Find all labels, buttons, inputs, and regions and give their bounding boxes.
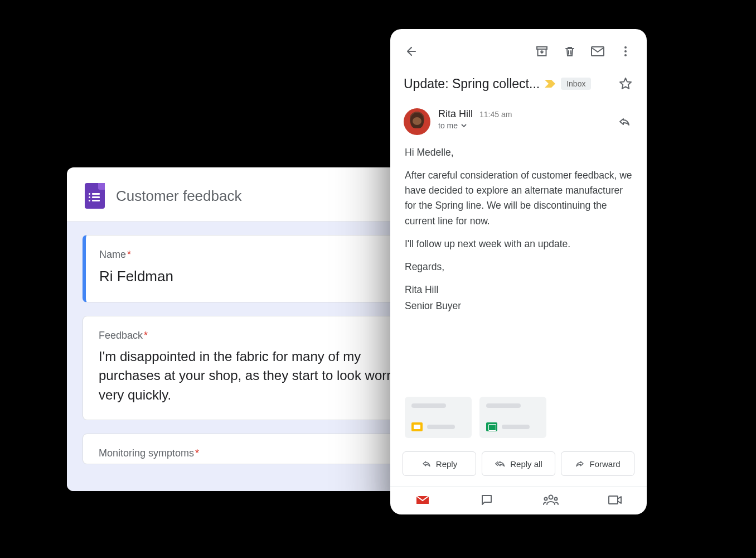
sheets-icon [486, 422, 497, 431]
reply-all-label: Reply all [510, 459, 542, 469]
form-question-name[interactable]: Name* Ri Feldman [83, 235, 419, 302]
star-button[interactable] [614, 73, 637, 95]
required-asterisk: * [127, 249, 131, 260]
question-label-text: Feedback [99, 330, 143, 341]
reply-icon [618, 115, 631, 128]
attachment-placeholder-bar [486, 403, 521, 408]
svg-point-8 [554, 498, 557, 501]
email-subject: Update: Spring collect... [404, 76, 540, 92]
signature-name: Rita Hill [405, 282, 632, 297]
attachment-slides[interactable] [405, 397, 472, 438]
email-body: Hi Medelle, After careful consideration … [390, 143, 647, 395]
attachment-sheets[interactable] [479, 397, 546, 438]
question-label: Feedback* [99, 330, 403, 341]
forms-card: Customer feedback Name* Ri Feldman Feedb… [67, 167, 435, 491]
sender-time: 11:45 am [479, 110, 512, 119]
nav-mail[interactable] [390, 493, 454, 507]
forward-button[interactable]: Forward [561, 451, 634, 476]
gmail-card: Update: Spring collect... Inbox Rita Hil… [390, 29, 647, 514]
reply-all-button[interactable]: Reply all [482, 451, 555, 476]
chat-icon [480, 493, 493, 507]
more-button[interactable] [614, 40, 637, 62]
question-label: Monitoring symptoms* [99, 448, 403, 459]
trash-icon [563, 45, 576, 58]
question-label-text: Name [99, 249, 126, 260]
bottom-nav [390, 486, 647, 514]
archive-button[interactable] [531, 40, 553, 62]
required-asterisk: * [144, 330, 148, 341]
required-asterisk: * [195, 448, 199, 459]
svg-point-4 [624, 50, 627, 52]
subject-row: Update: Spring collect... Inbox [390, 69, 647, 104]
attachment-placeholder-bar [411, 403, 446, 408]
svg-point-6 [549, 496, 553, 499]
forward-label: Forward [589, 459, 620, 469]
reply-label: Reply [436, 459, 457, 469]
svg-rect-9 [609, 496, 618, 504]
reply-icon-button[interactable] [613, 110, 636, 133]
svg-point-7 [544, 498, 547, 501]
video-icon [608, 494, 622, 506]
mail-filled-icon [415, 494, 430, 506]
forward-icon [575, 459, 585, 469]
nav-chat[interactable] [454, 493, 518, 507]
form-question-monitoring[interactable]: Monitoring symptoms* [83, 434, 419, 464]
gmail-topbar [390, 29, 647, 69]
archive-icon [535, 45, 549, 58]
reply-actions: Reply Reply all Forward [390, 448, 647, 486]
attachment-placeholder-bar [502, 425, 530, 429]
attachments-row [390, 395, 647, 448]
chevron-down-icon [460, 122, 468, 129]
sender-info: Rita Hill 11:45 am to me [438, 108, 605, 130]
reply-all-icon [495, 459, 506, 469]
sender-name: Rita Hill [438, 108, 473, 120]
recipient-dropdown[interactable]: to me [438, 121, 605, 130]
email-greeting: Hi Medelle, [405, 145, 632, 160]
svg-point-5 [624, 54, 627, 56]
nav-spaces[interactable] [518, 493, 583, 507]
reply-button[interactable]: Reply [403, 451, 476, 476]
recipient-text: to me [438, 121, 458, 130]
attachment-placeholder-bar [427, 425, 455, 429]
email-paragraph: After careful consideration of customer … [405, 168, 632, 229]
inbox-chip[interactable]: Inbox [561, 78, 591, 90]
important-marker-icon[interactable] [544, 79, 556, 88]
email-closing: Regards, [405, 259, 632, 275]
forms-body: Name* Ri Feldman Feedback* I'm disappoin… [67, 222, 435, 491]
people-icon [543, 494, 559, 506]
reply-icon [421, 459, 432, 469]
mark-unread-button[interactable] [587, 40, 609, 62]
question-label: Name* [99, 249, 403, 261]
delete-button[interactable] [559, 40, 581, 62]
email-paragraph: I'll follow up next week with an update. [405, 237, 632, 252]
sender-row: Rita Hill 11:45 am to me [390, 104, 647, 143]
forms-header: Customer feedback [67, 167, 435, 222]
signature-title: Senior Buyer [405, 299, 632, 314]
more-vert-icon [619, 45, 632, 58]
question-answer[interactable]: I'm disappointed in the fabric for many … [99, 347, 403, 405]
forms-title[interactable]: Customer feedback [116, 187, 241, 205]
sender-avatar[interactable] [404, 108, 430, 135]
nav-meet[interactable] [583, 493, 647, 507]
back-button[interactable] [400, 40, 423, 62]
arrow-left-icon [405, 45, 418, 58]
svg-point-3 [624, 46, 627, 49]
forms-app-icon [85, 183, 105, 209]
mail-icon [590, 46, 605, 57]
question-answer[interactable]: Ri Feldman [99, 266, 403, 287]
star-outline-icon [619, 77, 632, 90]
form-question-feedback[interactable]: Feedback* I'm disappointed in the fabric… [83, 316, 419, 420]
slides-icon [411, 422, 423, 431]
question-label-text: Monitoring symptoms [99, 448, 194, 459]
